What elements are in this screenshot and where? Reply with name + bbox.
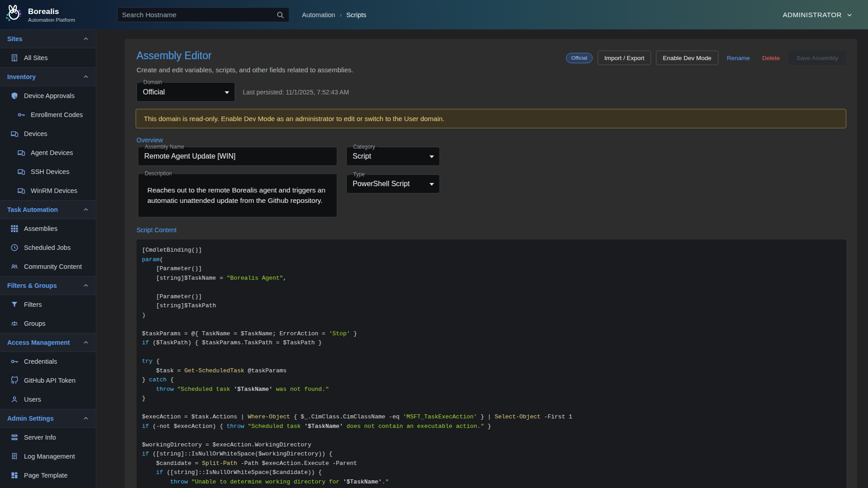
sidebar-item-github-api-token[interactable]: GitHub API Token (0, 371, 96, 390)
sidebar-item-groups[interactable]: Groups (0, 314, 96, 333)
sidebar-item-devices[interactable]: Devices (0, 124, 96, 143)
script-editor[interactable]: [CmdletBinding()]param( [Parameter()] [s… (137, 239, 846, 488)
assembly-name-field[interactable]: Assembly Name Remote Agent Update [WIN] (138, 147, 337, 166)
caret-down-icon (429, 183, 434, 186)
devices-icon (17, 148, 26, 157)
code-line: $candidate = Split-Path -Path $execActio… (142, 459, 841, 469)
sidebar-item-scheduled-jobs[interactable]: Scheduled Jobs (0, 238, 96, 257)
funnel-icon (10, 300, 19, 309)
sidebar-item-label: All Sites (24, 54, 47, 61)
person-icon (10, 395, 19, 404)
code-line: } (142, 394, 841, 404)
sidebar-item-ssh-devices[interactable]: SSH Devices (0, 162, 96, 181)
sidebar-item-label: GitHub API Token (24, 377, 75, 384)
chevron-up-icon (82, 35, 90, 42)
code-line: [string]$TaskPath (142, 301, 841, 311)
read-only-warning-banner: This domain is read-only. Enable Dev Mod… (136, 109, 846, 128)
chevron-down-icon (846, 11, 853, 19)
assembly-name-value: Remote Agent Update [WIN] (144, 152, 236, 160)
groups-icon (10, 319, 19, 328)
sidebar-item-winrm-devices[interactable]: WinRM Devices (0, 181, 96, 200)
github-icon (10, 376, 19, 385)
import-export-button[interactable]: Import / Export (598, 51, 651, 65)
code-line: param( (142, 255, 841, 265)
brand-subtitle: Automation Platform (28, 17, 75, 23)
official-domain-chip[interactable]: Official (566, 53, 593, 63)
sidebar-item-agent-devices[interactable]: Agent Devices (0, 143, 96, 162)
code-line: if ([string]::IsNullOrWhiteSpace($workin… (142, 450, 841, 459)
editor-actions: Official Import / Export Enable Dev Mode… (566, 51, 846, 65)
key-icon (17, 110, 26, 119)
sidebar-item-label: Server Info (24, 434, 56, 441)
sidebar-section-admin-settings[interactable]: Admin Settings (0, 409, 96, 428)
sidebar-section-label: Admin Settings (7, 415, 54, 422)
sidebar-item-device-approvals[interactable]: Device Approvals (0, 86, 96, 105)
rename-button[interactable]: Rename (723, 51, 754, 65)
sidebar-item-label: Filters (24, 301, 42, 308)
enable-dev-mode-button[interactable]: Enable Dev Mode (656, 51, 718, 65)
user-menu[interactable]: ADMINISTRATOR (783, 0, 853, 29)
code-line (142, 320, 841, 329)
domain-select-label: Domain (141, 79, 164, 86)
sidebar-item-page-template[interactable]: Page Template (0, 466, 96, 485)
sidebar-section-inventory[interactable]: Inventory (0, 67, 96, 86)
sidebar-item-filters[interactable]: Filters (0, 295, 96, 314)
code-line: if (-not $execAction) { throw "Scheduled… (142, 422, 841, 432)
code-line: ) (142, 311, 841, 320)
save-assembly-button[interactable]: Save Assembly (788, 51, 846, 65)
sidebar-item-enrollment-codes[interactable]: Enrollment Codes (0, 105, 96, 124)
sidebar-item-label: Credentials (24, 358, 57, 365)
log-icon (10, 452, 19, 461)
type-select[interactable]: Type PowerShell Script (346, 174, 440, 193)
sidebar-section-task-automation[interactable]: Task Automation (0, 200, 96, 219)
category-select[interactable]: Category Script (346, 147, 440, 166)
chevron-up-icon (82, 206, 90, 213)
overview-section-label: Overview (137, 136, 163, 144)
clock-icon (10, 243, 19, 252)
code-line: try { (142, 357, 841, 366)
caret-down-icon (429, 155, 434, 158)
layout-icon (10, 471, 19, 480)
breadcrumb-item-automation[interactable]: Automation (302, 11, 335, 19)
code-line: $workingDirectory = $execAction.WorkingD… (142, 441, 841, 450)
sidebar-item-all-sites[interactable]: All Sites (0, 48, 96, 67)
sidebar-section-access-management[interactable]: Access Management (0, 333, 96, 352)
sidebar-section-sites[interactable]: Sites (0, 29, 96, 48)
page-title: Assembly Editor (137, 50, 212, 62)
sidebar-item-label: SSH Devices (31, 168, 69, 175)
sidebar-item-label: Users (24, 396, 41, 403)
sidebar-item-users[interactable]: Users (0, 390, 96, 409)
delete-button[interactable]: Delete (759, 51, 783, 65)
sidebar-section-label: Inventory (7, 73, 36, 80)
brand-title: Borealis (28, 7, 75, 16)
search-box[interactable] (117, 7, 289, 22)
sidebar-section-filters-groups[interactable]: Filters & Groups (0, 276, 96, 295)
domain-select[interactable]: Domain Official (137, 82, 235, 102)
chevron-up-icon (82, 73, 90, 80)
breadcrumb-item-scripts[interactable]: Scripts (346, 11, 366, 19)
sidebar-item-credentials[interactable]: Credentials (0, 352, 96, 371)
sidebar-section-label: Filters & Groups (7, 282, 57, 289)
breadcrumb-separator: › (340, 11, 342, 19)
grid-icon (10, 224, 19, 233)
script-content-section-label: Script Content (137, 226, 177, 234)
sidebar-item-assemblies[interactable]: Assemblies (0, 219, 96, 238)
search-input[interactable] (122, 11, 276, 19)
domain-select-value: Official (143, 88, 165, 96)
description-field[interactable]: Description Reaches out to the remote Bo… (138, 174, 337, 217)
sidebar-item-label: Scheduled Jobs (24, 244, 71, 251)
sidebar-item-label: Enrollment Codes (31, 111, 83, 118)
sidebar-item-server-info[interactable]: Server Info (0, 428, 96, 447)
sidebar-item-community-content[interactable]: Community Content (0, 257, 96, 276)
brand[interactable]: Borealis Automation Platform (4, 4, 75, 26)
sidebar-nav: SitesAll SitesInventoryDevice ApprovalsE… (0, 29, 96, 488)
sidebar-item-label: Community Content (24, 263, 82, 270)
sidebar-item-log-management[interactable]: Log Management (0, 447, 96, 466)
code-line: if ($TaskPath) { $taskParams.TaskPath = … (142, 338, 841, 348)
chevron-up-icon (82, 339, 90, 346)
sidebar-item-label: Page Template (24, 472, 67, 479)
user-menu-label: ADMINISTRATOR (783, 11, 842, 19)
sidebar-item-label: Groups (24, 320, 46, 327)
code-line: throw "Unable to determine working direc… (142, 478, 841, 487)
last-persisted-text: Last persisted: 11/1/2025, 7:52:43 AM (243, 82, 349, 102)
